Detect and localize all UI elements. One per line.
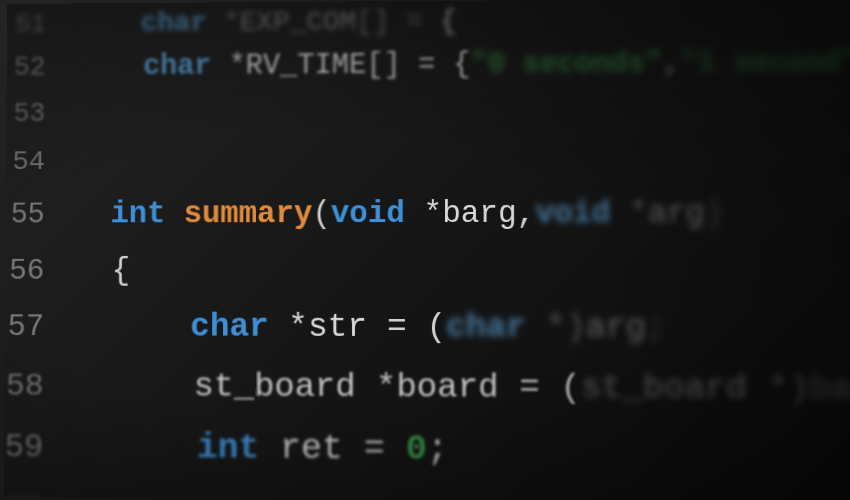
token-kw-type: char — [141, 7, 207, 38]
token-ident: ret — [280, 429, 343, 469]
line-number: 54 — [6, 137, 75, 186]
code-content[interactable]: char *EXP_COM[] = { — [75, 0, 850, 45]
code-content[interactable]: char *RV_TIME[] = {"0 seconds","1 second… — [75, 40, 850, 90]
token-kw-type-bright: int — [110, 196, 165, 231]
token-kw-type: char — [143, 50, 212, 83]
token-ident: board — [396, 368, 498, 407]
token-kw-type: char — [446, 309, 526, 346]
line-number: 55 — [5, 188, 74, 243]
code-line[interactable]: 57 char *str = (char *)arg; — [5, 298, 850, 358]
line-number: 60 — [4, 479, 74, 500]
token-punct: ; — [427, 429, 448, 469]
token-punct: ( — [312, 196, 331, 231]
token-kw-type-bright: char — [190, 309, 268, 346]
token-punct: [] = — [366, 48, 453, 81]
code-content[interactable]: st_board *board = (st_board *)barg; — [73, 356, 850, 420]
line-number: 51 — [7, 3, 75, 45]
token-ident-dim: st_board — [581, 369, 747, 408]
token-ident-dim: barg — [809, 370, 850, 409]
code-line[interactable]: 56 { — [5, 243, 850, 300]
line-number: 56 — [5, 243, 74, 298]
token-punct: = ( — [499, 368, 581, 407]
code-content[interactable]: { — [74, 243, 850, 300]
token-ident — [74, 197, 111, 232]
token-punct: * — [356, 368, 397, 406]
token-punct: * — [405, 196, 442, 231]
token-punct: = — [343, 429, 406, 470]
token-string: "0 seconds" — [470, 47, 662, 81]
token-ident — [165, 196, 183, 231]
token-ident: str — [308, 309, 367, 346]
code-content[interactable]: char *str = (char *)arg; — [73, 299, 850, 359]
token-punct-dim: ; — [646, 309, 666, 346]
token-kw-type: void — [535, 196, 610, 231]
code-content[interactable] — [74, 167, 850, 169]
token-ident: st_board — [194, 367, 356, 406]
code-line[interactable]: 53 — [6, 86, 850, 137]
token-punct: * — [269, 309, 308, 346]
token-ident-dim: EXP_COM — [240, 6, 356, 37]
token-punct-dim: *) — [747, 369, 810, 408]
token-ident-dim: arg — [586, 309, 646, 346]
token-punct: * — [211, 50, 245, 83]
token-punct: , — [517, 196, 536, 231]
token-ident — [259, 429, 280, 469]
token-ident — [75, 50, 143, 83]
token-ident — [75, 8, 141, 39]
code-line[interactable]: 54 — [6, 135, 850, 187]
line-number: 57 — [5, 298, 74, 356]
code-line[interactable]: 59 int ret = 0; — [4, 416, 850, 484]
token-string: "1 second" — [680, 46, 850, 80]
token-ident: barg — [442, 196, 517, 231]
code-line[interactable]: 58 st_board *board = (st_board *)barg; — [4, 356, 850, 421]
token-ident: RV_TIME — [246, 49, 367, 82]
token-punct-dim: [] = — [356, 6, 440, 37]
token-kw-type-bright: void — [331, 196, 405, 231]
token-kw-type-bright: int — [197, 428, 260, 468]
token-ident-dim: arg — [648, 196, 705, 231]
code-line[interactable]: 55 int summary(void *barg,void *arg) — [5, 185, 850, 243]
token-ident — [73, 428, 197, 469]
token-punct: , — [663, 47, 681, 80]
line-number: 53 — [6, 90, 75, 138]
code-line[interactable]: 51 char *EXP_COM[] = { — [7, 0, 850, 45]
code-content[interactable]: int ret = 0; — [73, 417, 850, 484]
token-punct: = ( — [367, 309, 446, 346]
line-number: 58 — [4, 357, 73, 417]
code-line[interactable]: 52 char *RV_TIME[] = {"0 seconds","1 sec… — [7, 40, 850, 90]
token-ident — [74, 252, 112, 289]
code-content[interactable] — [75, 118, 850, 121]
token-punct-dim: * — [610, 196, 648, 231]
code-editor[interactable]: 51 char *EXP_COM[] = { 52 char *RV_TIME[… — [4, 0, 850, 500]
token-punct-dim: ) — [705, 196, 724, 231]
token-ident — [73, 367, 194, 405]
line-number: 52 — [7, 45, 75, 91]
line-number: 59 — [4, 417, 73, 479]
token-funcname: summary — [184, 196, 313, 231]
token-brace: { — [440, 6, 457, 37]
token-brace: { — [111, 252, 130, 289]
token-number: 0 — [406, 429, 427, 469]
token-punct-dim: *) — [526, 309, 586, 346]
code-content[interactable]: int summary(void *barg,void *arg) — [74, 185, 850, 242]
token-ident — [73, 308, 190, 345]
token-brace: { — [453, 48, 470, 81]
token-punct-dim: * — [207, 7, 240, 38]
